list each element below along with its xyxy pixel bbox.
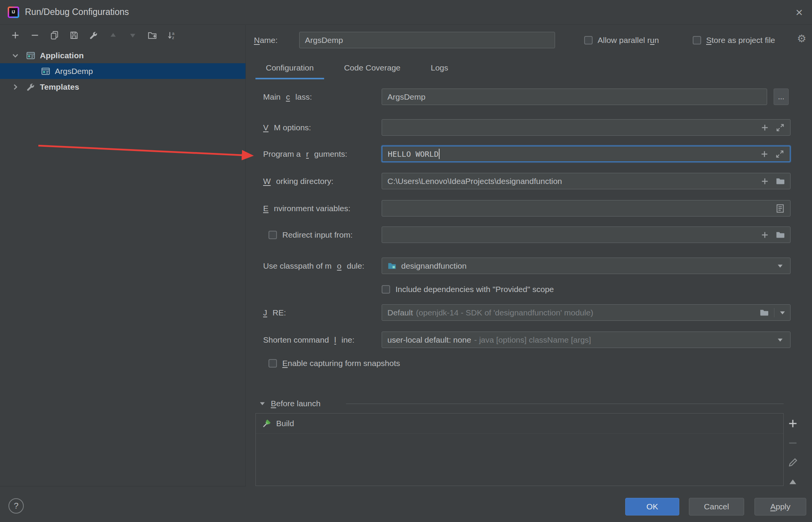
main-class-row: Main class: ArgsDemp ...: [263, 89, 791, 105]
classpath-module-label: Use classpath of module:: [263, 261, 382, 271]
tree-item-application[interactable]: Application: [0, 48, 245, 63]
working-directory-row: Working directory: C:\Users\Lenovo\IdeaP…: [263, 173, 791, 189]
chevron-down-icon[interactable]: [11, 51, 20, 60]
expand-field-icon[interactable]: [775, 149, 784, 159]
edit-variables-icon[interactable]: [776, 204, 785, 213]
include-provided-option: Include dependencies with "Provided" sco…: [382, 281, 554, 297]
run-debug-configurations-dialog: IJ Run/Debug Configurations ×: [0, 0, 812, 522]
environment-variables-label: Environment variables:: [263, 204, 382, 213]
redirect-input-checkbox[interactable]: [268, 231, 277, 239]
tab-configuration[interactable]: Configuration: [255, 58, 324, 79]
sort-configurations-icon[interactable]: az: [167, 31, 176, 40]
shorten-command-line-value: user-local default: none: [387, 335, 471, 345]
tab-code-coverage[interactable]: Code Coverage: [334, 58, 411, 79]
move-up-icon[interactable]: [109, 31, 118, 40]
environment-variables-row: Environment variables:: [263, 200, 791, 217]
allow-parallel-run-label: Allow parallel run: [598, 36, 659, 45]
classpath-module-value: designandfunction: [401, 261, 466, 271]
svg-text:z: z: [172, 35, 174, 40]
form-snapshots-checkbox[interactable]: [268, 359, 277, 368]
vm-options-row: VM options:: [263, 119, 791, 136]
configurations-tree: Application ArgsDemp Templates: [0, 48, 245, 95]
jre-value: Default: [387, 308, 413, 317]
dialog-title: Run/Debug Configurations: [25, 7, 129, 17]
jre-label: JRE:: [263, 308, 382, 317]
redirect-input-field[interactable]: [382, 227, 791, 243]
insert-macro-icon[interactable]: [760, 149, 769, 159]
main-class-label: Main class:: [263, 92, 382, 102]
edit-task-icon[interactable]: [787, 457, 799, 468]
before-launch-item-label: Build: [276, 419, 294, 428]
move-down-icon[interactable]: [128, 31, 137, 40]
store-as-project-file-checkbox[interactable]: [693, 36, 701, 44]
remove-configuration-icon[interactable]: [30, 31, 40, 40]
config-tabs: Configuration Code Coverage Logs: [255, 58, 468, 79]
program-arguments-field[interactable]: HELLO WORLD: [382, 146, 791, 162]
add-configuration-icon[interactable]: [11, 31, 20, 40]
tab-logs[interactable]: Logs: [420, 58, 459, 79]
store-settings-gear-icon[interactable]: ⚙: [797, 34, 806, 44]
jre-dropdown-arrow-icon[interactable]: [774, 308, 790, 317]
shorten-command-line-label: Shorten command line:: [263, 335, 382, 345]
classpath-module-row: Use classpath of module: designandfuncti…: [263, 258, 791, 274]
build-hammer-icon: [262, 419, 271, 428]
insert-macro-icon[interactable]: [760, 177, 769, 186]
dropdown-arrow-icon[interactable]: [776, 335, 785, 345]
before-launch-header: Before launch: [258, 396, 321, 412]
before-launch-toolbar: [787, 418, 799, 488]
cancel-button[interactable]: Cancel: [689, 498, 744, 515]
name-input[interactable]: ArgsDemp: [299, 32, 555, 48]
classpath-module-dropdown[interactable]: designandfunction: [382, 258, 791, 274]
help-button[interactable]: ?: [8, 498, 24, 514]
browse-folder-icon[interactable]: [776, 230, 785, 240]
browse-main-class-button[interactable]: ...: [774, 89, 789, 105]
remove-task-icon[interactable]: [787, 437, 799, 449]
apply-button[interactable]: Apply: [754, 498, 806, 515]
dropdown-arrow-icon[interactable]: [776, 261, 785, 271]
include-provided-checkbox[interactable]: [382, 285, 390, 294]
main-class-field[interactable]: ArgsDemp: [382, 89, 767, 105]
tree-item-argsdemp[interactable]: ArgsDemp: [0, 63, 245, 79]
collapse-section-icon[interactable]: [258, 399, 267, 408]
before-launch-item-build[interactable]: Build: [256, 414, 783, 434]
jre-dropdown[interactable]: Default (openjdk-14 - SDK of 'designandf…: [382, 304, 791, 321]
browse-jre-folder-icon[interactable]: [759, 308, 769, 317]
close-icon[interactable]: ×: [796, 0, 803, 25]
program-arguments-value: HELLO WORLD: [388, 149, 438, 159]
add-task-icon[interactable]: [787, 418, 799, 429]
jre-hint: (openjdk-14 - SDK of 'designandfunction'…: [416, 308, 593, 317]
working-directory-value: C:\Users\Lenovo\IdeaProjects\designandfu…: [387, 177, 562, 186]
application-type-icon: [41, 67, 50, 76]
browse-folder-icon[interactable]: [776, 177, 785, 186]
vm-options-label: VM options:: [263, 123, 382, 132]
expand-field-icon[interactable]: [776, 123, 785, 132]
create-folder-icon[interactable]: [148, 31, 157, 40]
environment-variables-field[interactable]: [382, 200, 791, 217]
save-configuration-icon[interactable]: [69, 31, 79, 40]
store-as-project-file-option: Store as project file: [693, 32, 775, 48]
working-directory-field[interactable]: C:\Users\Lenovo\IdeaProjects\designandfu…: [382, 173, 791, 189]
allow-parallel-run-checkbox[interactable]: [584, 36, 593, 44]
program-arguments-label: Program arguments:: [263, 149, 382, 159]
include-provided-label: Include dependencies with "Provided" sco…: [395, 285, 554, 294]
text-caret: [439, 149, 440, 159]
name-value: ArgsDemp: [305, 36, 343, 45]
insert-macro-icon[interactable]: [760, 123, 769, 132]
vm-options-field[interactable]: [382, 119, 791, 136]
shorten-command-line-dropdown[interactable]: user-local default: none - java [options…: [382, 332, 791, 348]
form-snapshots-label: Enable capturing form snapshots: [282, 359, 400, 368]
chevron-right-icon[interactable]: [11, 82, 20, 92]
edit-templates-icon[interactable]: [89, 31, 98, 40]
templates-wrench-icon: [26, 82, 35, 92]
jre-row: JRE: Default (openjdk-14 - SDK of 'desig…: [263, 304, 791, 321]
shorten-command-line-hint: - java [options] className [args]: [474, 335, 591, 345]
section-divider: [346, 404, 784, 404]
name-label: Name:: [254, 32, 278, 48]
tree-item-templates[interactable]: Templates: [0, 79, 245, 95]
tree-label-application: Application: [40, 51, 84, 60]
ok-button[interactable]: OK: [625, 498, 679, 515]
copy-configuration-icon[interactable]: [50, 31, 59, 40]
module-icon: [387, 261, 397, 271]
move-task-up-icon[interactable]: [787, 476, 799, 488]
insert-macro-icon[interactable]: [760, 230, 769, 240]
